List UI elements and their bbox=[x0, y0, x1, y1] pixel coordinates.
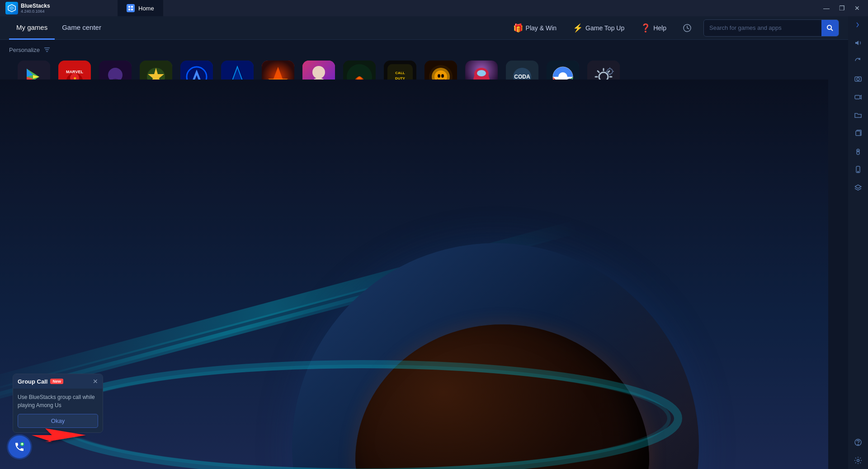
home-tab-label: Home bbox=[138, 5, 154, 12]
svg-point-62 bbox=[441, 74, 444, 78]
window-controls: — ❐ ✕ bbox=[819, 1, 868, 15]
clock-icon bbox=[683, 23, 692, 33]
svg-point-7 bbox=[857, 78, 859, 80]
top-navigation: My games Game center 🎁 Play & Win ⚡ Game… bbox=[0, 16, 848, 40]
tab-my-games[interactable]: My games bbox=[9, 16, 55, 40]
svg-point-12 bbox=[858, 171, 859, 172]
svg-point-47 bbox=[312, 66, 325, 79]
personalize-label: Personalize bbox=[9, 47, 40, 53]
popup-body: Use BlueStacks group call while playing … bbox=[13, 389, 103, 414]
svg-point-15 bbox=[857, 460, 859, 462]
tab-game-center[interactable]: Game center bbox=[55, 16, 108, 40]
call-arrow bbox=[32, 424, 86, 453]
brand-area: BlueStacks 4.240.0.1064 bbox=[0, 2, 118, 14]
svg-rect-3 bbox=[131, 6, 133, 8]
help-button[interactable]: ❓ Help bbox=[636, 20, 671, 36]
svg-marker-1 bbox=[9, 6, 14, 10]
svg-rect-9 bbox=[856, 131, 860, 136]
history-button[interactable] bbox=[678, 21, 696, 35]
svg-text:CALL: CALL bbox=[395, 71, 405, 75]
volume-icon[interactable] bbox=[850, 35, 866, 51]
play-win-button[interactable]: 🎁 Play & Win bbox=[509, 20, 561, 36]
game-top-up-button[interactable]: ⚡ Game Top Up bbox=[568, 20, 629, 36]
home-tab[interactable]: Home bbox=[118, 0, 163, 16]
location-icon[interactable] bbox=[850, 143, 866, 159]
nav-actions: 🎁 Play & Win ⚡ Game Top Up ❓ Help bbox=[509, 19, 839, 37]
personalize-row: Personalize bbox=[9, 46, 839, 53]
titlebar: BlueStacks 4.240.0.1064 Home — ❐ ✕ bbox=[0, 0, 868, 16]
svg-point-69 bbox=[477, 70, 486, 76]
svg-rect-4 bbox=[128, 9, 130, 10]
call-arrow-svg bbox=[32, 424, 86, 451]
search-bar bbox=[703, 19, 839, 37]
maximize-button[interactable]: ❐ bbox=[835, 1, 849, 15]
svg-rect-5 bbox=[131, 9, 133, 10]
layers-icon[interactable] bbox=[850, 179, 866, 196]
svg-rect-2 bbox=[128, 6, 130, 8]
video-record-icon[interactable] bbox=[850, 89, 866, 105]
main-content: My games Game center 🎁 Play & Win ⚡ Game… bbox=[0, 16, 848, 469]
popup-title: Group Call bbox=[18, 378, 47, 385]
popup-close-button[interactable]: ✕ bbox=[93, 378, 98, 385]
expand-icon[interactable] bbox=[850, 17, 866, 33]
copy-icon[interactable] bbox=[850, 125, 866, 141]
minimize-button[interactable]: — bbox=[819, 1, 834, 15]
svg-rect-8 bbox=[855, 95, 860, 99]
svg-point-14 bbox=[858, 444, 859, 445]
search-button[interactable] bbox=[821, 20, 839, 36]
search-input[interactable] bbox=[704, 21, 821, 35]
svg-text:CODA: CODA bbox=[514, 74, 530, 80]
svg-point-17 bbox=[827, 25, 831, 29]
bluestacks-logo bbox=[5, 2, 18, 14]
lightning-icon: ⚡ bbox=[573, 23, 583, 33]
popup-title-row: Group Call New bbox=[18, 378, 63, 385]
folder-icon[interactable] bbox=[850, 107, 866, 123]
group-call-button[interactable] bbox=[8, 436, 31, 458]
rotate-icon[interactable] bbox=[850, 53, 866, 69]
home-tab-icon bbox=[127, 4, 135, 12]
gift-icon: 🎁 bbox=[513, 23, 523, 33]
filter-icon[interactable] bbox=[43, 46, 51, 53]
brand-name: BlueStacks bbox=[21, 3, 50, 9]
popup-new-badge: New bbox=[50, 379, 63, 384]
screenshot-icon[interactable] bbox=[850, 71, 866, 87]
help-circle-icon: ❓ bbox=[641, 23, 651, 33]
brand-version: 4.240.0.1064 bbox=[21, 9, 50, 14]
svg-line-18 bbox=[831, 29, 833, 31]
settings-icon[interactable] bbox=[850, 452, 866, 469]
help-sidebar-icon[interactable] bbox=[850, 434, 866, 450]
popup-header: Group Call New ✕ bbox=[13, 374, 103, 389]
phone-sidebar-icon[interactable] bbox=[850, 161, 866, 178]
svg-point-61 bbox=[438, 74, 440, 78]
close-button[interactable]: ✕ bbox=[850, 1, 864, 15]
background-scene bbox=[0, 80, 828, 469]
call-button-icon bbox=[14, 441, 25, 452]
right-sidebar bbox=[848, 0, 868, 469]
svg-marker-86 bbox=[32, 428, 86, 442]
